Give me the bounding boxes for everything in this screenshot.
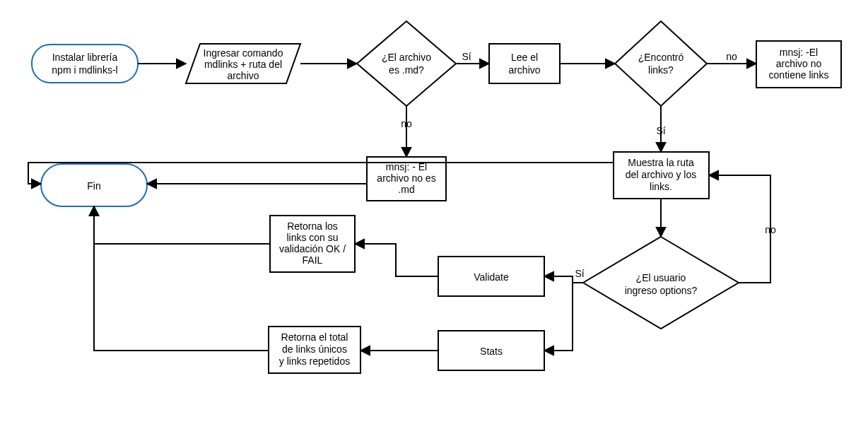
node-found-links: ¿Encontró links? [615,21,707,106]
node-validate: Validate [438,257,544,296]
node-fin: Fin [41,164,147,206]
svg-text:links con su: links con su [286,232,338,243]
svg-text:contiene links: contiene links [769,69,829,81]
edge-retstats-fin [94,206,269,351]
svg-text:ingreso options?: ingreso options? [625,285,698,296]
label-found-yes: Sí [656,125,665,136]
svg-text:Instalar librería: Instalar librería [52,52,118,63]
edge-options-no [709,175,770,283]
node-return-validation: Retorna los links con su validación OK /… [270,216,355,272]
label-found-no: no [726,51,737,62]
svg-text:es .md?: es .md? [389,64,424,76]
svg-text:¿El archivo: ¿El archivo [382,52,431,63]
svg-text:Stats: Stats [480,346,503,357]
node-not-md-msg: mnsj: - El archivo no es .md [367,157,446,201]
svg-text:¿Encontró: ¿Encontró [638,52,684,63]
label-ismd-yes: Sí [462,51,471,62]
svg-text:archivo: archivo [508,64,540,76]
node-read: Lee el archivo [489,44,560,83]
svg-text:npm i  mdlinks-l: npm i mdlinks-l [52,64,117,76]
edge-options-stats [544,283,573,351]
svg-text:Validate: Validate [474,271,509,283]
svg-text:archivo no es: archivo no es [377,172,435,184]
node-return-stats: Retorna el total de links únicos y links… [269,327,360,373]
svg-text:archivo: archivo [227,70,259,81]
svg-text:Fin: Fin [87,180,100,192]
node-no-links-msg: mnsj: -El archivo no contiene links [756,41,841,88]
node-is-md: ¿El archivo es .md? [357,21,456,106]
svg-text:Lee el: Lee el [511,52,538,63]
svg-text:del archivo y los: del archivo y los [626,169,696,180]
svg-text:mnsj: -El: mnsj: -El [780,47,818,58]
svg-text:links?: links? [648,64,674,76]
svg-text:Retorna el total: Retorna el total [281,331,348,343]
node-stats: Stats [438,331,544,370]
flowchart: Instalar librería npm i mdlinks-l Ingres… [0,0,868,429]
edge-validate-retval [355,244,438,276]
svg-text:validación OK /: validación OK / [279,243,346,254]
svg-text:mdlinks + ruta del: mdlinks + ruta del [204,59,282,70]
label-ismd-no: no [401,118,412,129]
node-options: ¿El usuario ingreso options? [583,237,739,329]
label-options-yes: Sí [575,268,584,279]
svg-text:Muestra la ruta: Muestra la ruta [628,157,694,168]
edge-retval-fin [94,206,270,244]
svg-text:archivo no: archivo no [776,58,822,69]
node-show-links: Muestra la ruta del archivo y los links. [614,152,709,199]
svg-text:de links únicos: de links únicos [282,343,347,355]
svg-text:Ingresar comando: Ingresar comando [204,47,283,59]
svg-text:links.: links. [650,181,672,192]
node-install: Instalar librería npm i mdlinks-l [32,45,138,83]
node-command: Ingresar comando mdlinks + ruta del arch… [186,44,300,83]
svg-text:.md: .md [398,184,414,195]
svg-text:Retorna los: Retorna los [287,221,338,232]
svg-text:y links repetidos: y links repetidos [279,355,350,367]
edge-options-validate [544,276,573,283]
svg-text:FAIL: FAIL [303,254,323,266]
svg-text:¿El usuario: ¿El usuario [636,272,686,283]
label-options-no: no [765,224,776,235]
